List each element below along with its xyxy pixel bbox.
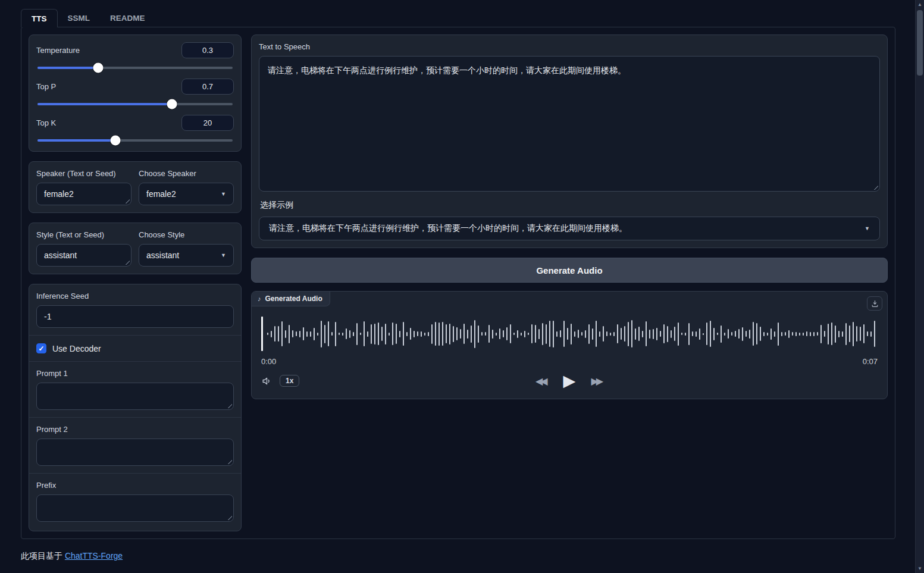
temperature-slider-fill [37,67,98,69]
play-button[interactable]: ▶ [563,373,576,389]
inference-seed-input[interactable] [36,305,234,328]
waveform-bar [474,320,476,348]
scrollbar-thumb[interactable] [917,10,923,76]
choose-style-value: assistant [146,251,179,260]
waveform-bar [671,330,672,338]
waveform-bar [471,325,472,343]
waveform-bar [378,322,380,345]
waveform-bar [374,324,376,345]
temperature-slider-handle[interactable] [93,63,103,73]
sampling-params-panel: Temperature Top P [29,35,242,152]
playhead-cursor[interactable] [261,317,263,351]
prompt2-label: Prompt 2 [36,425,234,434]
choose-speaker-label: Choose Speaker [139,169,234,178]
waveform-bar [731,332,733,336]
choose-style-dropdown[interactable]: assistant ▼ [139,244,234,267]
temperature-slider-track[interactable] [37,67,233,69]
waveform-bar [781,332,783,336]
top-p-slider-handle[interactable] [167,99,177,109]
top-p-value-input[interactable] [181,79,234,95]
waveform-bar [592,328,594,340]
prompt1-textarea[interactable] [36,383,234,410]
tts-text-input[interactable]: 请注意，电梯将在下午两点进行例行维护，预计需要一个小时的时间，请大家在此期间使用… [259,56,880,192]
waveform-bar [753,322,754,346]
generated-audio-tab[interactable]: ♪ Generated Audio [252,292,330,306]
rewind-button[interactable]: ◀◀ [535,375,548,387]
waveform-bar [414,331,415,337]
prefix-label: Prefix [36,481,234,490]
waveform-bar [360,333,362,335]
waveform-bar [810,332,812,336]
style-seed-input[interactable] [36,244,131,267]
waveform-bar [610,333,612,336]
current-time: 0:00 [261,357,276,366]
top-k-value-input[interactable] [181,115,234,131]
tab-ssml[interactable]: SSML [58,9,101,27]
waveform-bar [628,322,629,346]
waveform-bar [506,327,508,340]
waveform-bar [588,324,590,344]
temperature-value-input[interactable] [181,42,234,58]
waveform-bar [792,332,794,336]
waveform-bar [438,322,440,346]
waveform-bar [603,326,604,342]
speaker-seed-input[interactable] [36,183,131,205]
waveform-bar [424,333,426,336]
waveform-bar [742,327,744,341]
prefix-textarea[interactable] [36,494,234,522]
waveform-bar [813,332,815,336]
left-column: Temperature Top P [29,35,242,531]
waveform-bar [488,325,490,343]
waveform-bar [331,332,333,336]
temperature-label: Temperature [36,46,80,55]
use-decoder-checkbox[interactable]: ✓ [36,343,46,353]
waveform-bar [517,330,519,338]
scrollbar[interactable]: ▲ ▼ [915,0,924,573]
waveform[interactable] [261,312,878,356]
generate-audio-button[interactable]: Generate Audio [251,258,888,283]
waveform-bar [706,322,708,345]
tab-readme[interactable]: README [100,9,155,27]
top-k-slider-track[interactable] [37,139,233,142]
waveform-bar [724,333,726,336]
waveform-bar [746,331,747,337]
waveform-bar [535,325,537,343]
tab-tts[interactable]: TTS [21,9,58,27]
scroll-up-icon[interactable]: ▲ [916,0,924,9]
forward-button[interactable]: ▶▶ [591,375,603,387]
speaker-seed-label: Speaker (Text or Seed) [36,169,131,178]
top-p-slider-fill [37,103,172,105]
waveform-bar [513,333,515,335]
waveform-bar [317,333,319,336]
waveform-bar [339,333,340,335]
waveform-bar [578,330,580,338]
download-audio-button[interactable] [867,296,882,311]
waveform-bar [860,327,862,341]
scroll-down-icon[interactable]: ▼ [916,564,924,573]
top-k-slider-handle[interactable] [111,136,121,146]
prompt2-textarea[interactable] [36,439,234,466]
style-panel: Style (Text or Seed) Choose Style assist… [29,223,242,274]
waveform-bar [574,331,576,337]
waveform-bar [503,330,505,337]
waveform-bar [678,322,679,346]
waveform-bar [735,331,737,337]
use-decoder-label: Use Decoder [52,344,101,353]
top-p-slider-track[interactable] [37,103,233,105]
waveform-bar [485,332,487,336]
waveform-bar [328,321,330,346]
choose-speaker-dropdown[interactable]: female2 ▼ [139,183,234,205]
waveform-bar [649,330,651,339]
waveform-bar [856,326,858,342]
playback-speed-button[interactable]: 1x [280,375,299,387]
inference-seed-label: Inference Seed [36,292,234,300]
waveform-bar [431,324,433,344]
example-dropdown[interactable]: 请注意，电梯将在下午两点进行例行维护，预计需要一个小时的时间，请大家在此期间使用… [259,217,880,240]
waveform-bar [820,325,822,343]
use-decoder-row[interactable]: ✓ Use Decoder [29,336,241,361]
volume-button[interactable] [261,375,272,387]
chattts-forge-link[interactable]: ChatTTS-Forge [65,551,123,561]
waveform-bar [410,328,412,340]
waveform-bar [767,333,769,336]
waveform-bar [563,321,565,347]
